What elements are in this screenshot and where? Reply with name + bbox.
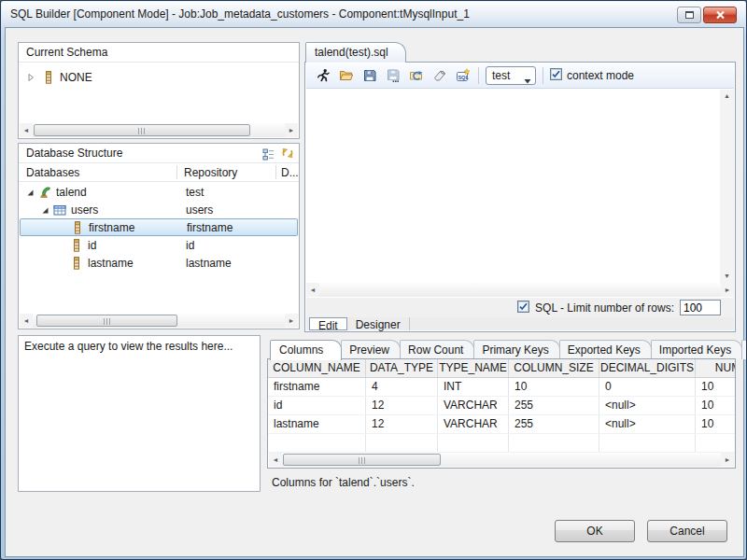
tab-row-count[interactable]: Row Count [400,340,474,359]
columns-table: COLUMN_NAME DATA_TYPE TYPE_NAME COLUMN_S… [267,358,736,469]
row-limit-input[interactable] [680,300,721,315]
tree-label: users [71,203,98,217]
table-row[interactable]: lastname 12 VARCHAR 255 <null> 10 [268,415,735,434]
titlebar: SQL Builder [Component Mode] - Job:Job_m… [2,2,745,27]
mysql-db-icon [38,186,51,199]
refresh-icon[interactable] [281,147,294,165]
sql-editor-panel: talend(test).sql [304,42,736,332]
scroll-left-icon[interactable]: ◄ [269,453,282,467]
table-icon [53,203,66,217]
schema-tree-item-none[interactable]: NONE [20,68,92,86]
clear-icon[interactable] [431,67,448,84]
cell: 255 [509,415,599,433]
scroll-left-icon[interactable]: ◄ [20,123,33,137]
scroll-left-icon[interactable]: ◄ [20,314,33,328]
columns-status-text: Columns for `talend`.`users`. [267,470,736,492]
scroll-up-icon[interactable]: ▲ [720,90,734,103]
column-icon [70,239,83,252]
metadata-panel: Columns Preview Row Count Primary Keys E… [267,339,736,492]
current-schema-panel: Current Schema NONE ◄ ► [18,42,300,139]
table-row[interactable]: id 12 VARCHAR 255 <null> 10 [268,397,735,415]
database-structure-header: Database Structure [26,147,122,160]
tree-row-talend[interactable]: talend test [20,183,298,201]
collapsed-arrow-icon[interactable] [26,73,35,82]
header-column-name: COLUMN_NAME [268,359,366,377]
scroll-right-icon[interactable]: ► [285,123,298,137]
cell: 10 [696,378,736,396]
editor-toolbar: SQL test [306,63,734,89]
scroll-left-icon[interactable]: ◄ [306,283,319,297]
results-placeholder: Execute a query to view the results here… [19,336,260,357]
save-as-icon[interactable] [385,67,402,84]
metadata-tabs: Columns Preview Row Count Primary Keys E… [267,339,736,359]
maximize-button[interactable] [677,7,701,23]
editor-hscrollbar[interactable]: ◄ ► [306,283,734,297]
tab-exported-keys[interactable]: Exported Keys [559,340,652,359]
tab-imported-keys[interactable]: Imported Keys [651,340,742,359]
close-button[interactable] [703,7,737,23]
db-structure-hscrollbar[interactable]: ◄ ► [20,314,298,328]
scroll-right-icon[interactable]: ► [721,453,734,467]
tab-primary-keys[interactable]: Primary Keys [473,340,559,359]
schema-icon [42,71,55,84]
cancel-button[interactable]: Cancel [647,520,727,542]
database-structure-panel: Database Structure [18,143,300,329]
db-tree: talend test users use [20,183,298,272]
sql-limit-checkbox[interactable] [517,301,529,315]
cell: 12 [366,415,438,433]
editor-vscrollbar[interactable]: ▲ ▼ [720,90,734,283]
editor-body: SQL test [304,62,736,332]
generate-sql-icon[interactable]: SQL [455,67,472,84]
scroll-right-icon[interactable]: ► [285,314,298,328]
tree-row-lastname[interactable]: lastname lastname [20,254,298,272]
cell: 10 [696,397,736,414]
header-decimal-digits: DECIMAL_DIGITS [599,359,696,377]
cell: firstname [268,378,366,396]
ok-button[interactable]: OK [555,520,635,542]
svg-text:SQL: SQL [458,75,469,80]
tab-edit[interactable]: Edit [309,317,347,330]
tree-label: id [88,239,96,252]
columns-table-hscrollbar[interactable]: ◄ ► [269,453,734,467]
col-header-databases: Databases [26,166,79,179]
sql-editor-input[interactable] [306,90,719,283]
maximize-icon [685,11,694,19]
context-combo[interactable]: test [486,66,536,85]
cell: 12 [366,397,438,414]
editor-bottom-tabs: Edit Designer [306,317,734,330]
context-mode-label: context mode [567,69,634,82]
run-query-icon[interactable] [315,67,331,84]
context-mode-checkbox[interactable] [550,68,562,83]
scroll-down-icon[interactable]: ▼ [720,270,734,283]
tree-label: lastname [88,257,134,270]
tab-indexes[interactable]: Indexes [741,340,747,359]
refresh-query-icon[interactable] [408,67,425,84]
query-results-panel: Execute a query to view the results here… [18,335,261,492]
table-row[interactable]: firstname 4 INT 10 0 10 [268,378,735,397]
scroll-right-icon[interactable]: ► [721,283,734,297]
cell: 10 [509,378,599,396]
tab-preview[interactable]: Preview [341,340,401,359]
tree-row-id[interactable]: id id [20,236,298,254]
tab-columns[interactable]: Columns [270,340,342,360]
column-icon [70,257,83,270]
tree-label: firstname [89,221,134,234]
editor-tab[interactable]: talend(test).sql [305,42,406,63]
save-icon[interactable] [361,67,378,84]
current-schema-hscrollbar[interactable]: ◄ ► [20,123,298,137]
window-title: SQL Builder [Component Mode] - Job:Job_m… [10,7,470,21]
cell: VARCHAR [438,397,509,414]
expanded-arrow-icon[interactable] [25,188,35,197]
open-icon[interactable] [338,67,355,84]
expanded-arrow-icon[interactable] [40,205,49,215]
cell: 10 [696,415,736,433]
current-schema-header: Current Schema [19,43,299,63]
tab-designer[interactable]: Designer [347,317,410,330]
tree-row-users[interactable]: users users [20,201,298,218]
tree-row-firstname[interactable]: firstname firstname [20,218,298,236]
toolbar-separator [478,67,479,84]
sql-limit-label: SQL - Limit number of rows: [535,301,674,315]
col-header-d: D... [281,166,299,179]
header-column-size: COLUMN_SIZE [509,359,599,377]
tree-repo-value: test [186,186,204,199]
